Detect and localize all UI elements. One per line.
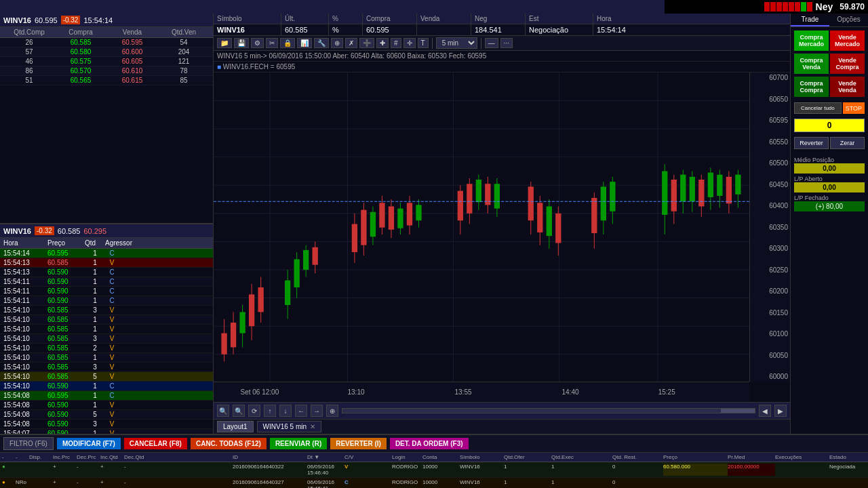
toolbar-chart[interactable]: 📊 xyxy=(297,38,312,48)
btn-vende-venda[interactable]: Vende Venda xyxy=(830,77,865,97)
oh-cv: C/V xyxy=(344,454,392,460)
scroll-arrow-right[interactable]: ▶ xyxy=(774,405,787,417)
tab-trade[interactable]: Trade xyxy=(791,14,829,26)
btn-zerar[interactable]: Zerar xyxy=(830,137,865,149)
tab-opcoes[interactable]: Opções xyxy=(829,14,868,26)
scroll-up-btn[interactable]: ↑ xyxy=(264,405,276,417)
tp-row[interactable]: 15:54:13 60.590 1 C xyxy=(0,268,213,277)
tp-row[interactable]: 15:54:10 60.585 1 V xyxy=(0,325,213,334)
book-row[interactable]: 57 60.580 60.600 204 xyxy=(0,47,213,57)
btn-compra-mercado[interactable]: Compra Mercado xyxy=(794,30,829,51)
book-row[interactable]: 51 60.565 60.615 85 xyxy=(0,76,213,85)
btn-vende-mercado[interactable]: Vende Mercado xyxy=(830,30,865,51)
zoom-in-btn[interactable]: 🔍 xyxy=(217,405,229,417)
tp-row[interactable]: 15:54:10 60.585 3 V xyxy=(0,363,213,372)
toolbar-cut[interactable]: ✂ xyxy=(266,38,278,48)
chart-tab[interactable]: WINV16 5 min ✕ xyxy=(257,421,321,432)
tp-agr: V xyxy=(105,344,119,352)
or2-qtdrest: 0 xyxy=(612,479,663,488)
or1-qtdrest: 0 xyxy=(612,464,663,476)
toolbar-hash[interactable]: # xyxy=(391,38,401,48)
toolbar-add[interactable]: ➕ xyxy=(359,38,374,48)
top-bar-left xyxy=(0,0,665,14)
orders-row-2[interactable]: ● NRo + - + - 20160906164640327 06/09/20… xyxy=(0,478,868,488)
tp-row[interactable]: 15:54:11 60.590 1 C xyxy=(0,287,213,296)
timeframe-select[interactable]: 5 min 1 min 15 min xyxy=(436,37,477,49)
tp-row[interactable]: 15:54:10 60.585 1 V xyxy=(0,315,213,325)
tp-row[interactable]: 15:54:10 60.585 3 V xyxy=(0,334,213,344)
layout-btn[interactable]: Layout1 xyxy=(217,421,254,432)
btn-compra-venda[interactable]: Compra Venda xyxy=(794,54,829,74)
btn-stop[interactable]: STOP xyxy=(843,102,865,114)
tp-row[interactable]: 15:54:14 60.595 1 C xyxy=(0,249,213,258)
user-name: Ney xyxy=(816,1,833,12)
toolbar-lock[interactable]: 🔒 xyxy=(280,38,295,48)
tp-price: 60.590 xyxy=(47,268,85,276)
btn-vende-compra[interactable]: Vende Compra xyxy=(830,54,865,74)
toolbar-save[interactable]: 💾 xyxy=(234,38,249,48)
tp-row[interactable]: 15:54:08 60.590 3 V xyxy=(0,420,213,429)
tp-agr: V xyxy=(105,316,119,323)
zoom-out-btn[interactable]: 🔍 xyxy=(233,405,245,417)
tp-row[interactable]: 15:54:08 60.590 5 V xyxy=(0,410,213,420)
book-venda: 60.610 xyxy=(106,67,158,75)
tp-row[interactable]: 15:54:08 60.590 1 V xyxy=(0,401,213,410)
tp-row[interactable]: 15:54:10 60.585 2 V xyxy=(0,344,213,353)
tp-row[interactable]: 15:54:10 60.590 1 C xyxy=(0,382,213,391)
zoom-reset-btn[interactable]: ⟳ xyxy=(248,405,260,417)
det-ordem-btn[interactable]: DET. DA ORDEM (F3) xyxy=(390,438,469,449)
tp-row[interactable]: 15:54:08 60.595 1 C xyxy=(0,391,213,401)
svg-rect-76 xyxy=(671,180,677,211)
orders-row-1[interactable]: ● + - + - 20160906164640322 06/09/2016 1… xyxy=(0,462,868,478)
reenviar-btn[interactable]: REENVIAR (R) xyxy=(270,438,327,449)
tp-agr: V xyxy=(105,354,119,361)
btn-compra-compra[interactable]: Compra Compra xyxy=(794,77,829,97)
scroll-down-btn[interactable]: ↓ xyxy=(279,405,292,417)
chart-area[interactable]: 6070060650605956055060500604506040060350… xyxy=(214,73,790,402)
toolbar-delete[interactable]: ✗ xyxy=(345,38,357,48)
reverter-btn2[interactable]: REVERTER (I) xyxy=(330,438,387,449)
toolbar-line[interactable]: — xyxy=(485,38,498,48)
scroll-arrow-left[interactable]: ◀ xyxy=(759,405,771,417)
btn-cancelar-tudo[interactable]: Cancelar tudo xyxy=(794,102,842,114)
tp-row[interactable]: 15:54:10 60.585 3 V xyxy=(0,306,213,315)
tp-row[interactable]: 15:54:10 60.585 1 V xyxy=(0,353,213,363)
bar-4 xyxy=(783,2,788,12)
toolbar-cross[interactable]: ✛ xyxy=(403,38,416,48)
close-tab-icon[interactable]: ✕ xyxy=(310,423,315,430)
toolbar-crosshair[interactable]: ⊕ xyxy=(331,38,343,48)
modificar-btn[interactable]: MODIFICAR (F7) xyxy=(57,438,121,449)
or1-qtdofer: 1 xyxy=(504,464,551,476)
or1-estado: Negociada xyxy=(829,464,868,476)
toolbar-dots[interactable]: ··· xyxy=(500,38,513,48)
scroll-left-btn[interactable]: ← xyxy=(295,405,307,417)
filtro-btn[interactable]: FILTRO (F6) xyxy=(3,437,54,450)
book-rows: 26 60.585 60.595 54 57 60.580 60.600 204… xyxy=(0,38,213,223)
scroll-right-btn[interactable]: → xyxy=(311,405,323,417)
toolbar-plus[interactable]: ✚ xyxy=(376,38,389,48)
tp-row[interactable]: 15:54:11 60.590 1 C xyxy=(0,296,213,306)
book-row[interactable]: 86 60.570 60.610 78 xyxy=(0,66,213,76)
symbol-name-1: WINV16 xyxy=(3,16,31,24)
price-label: 60450 xyxy=(750,181,790,188)
svg-rect-50 xyxy=(458,191,463,221)
zoom-btn-2[interactable]: ⊕ xyxy=(326,405,338,417)
tp-row[interactable]: 15:54:11 60.590 1 C xyxy=(0,277,213,287)
scroll-track[interactable] xyxy=(342,408,755,413)
toolbar-tools[interactable]: 🔧 xyxy=(314,38,329,48)
tp-row[interactable]: 15:54:07 60.590 1 V xyxy=(0,429,213,434)
toolbar-text[interactable]: T xyxy=(418,38,429,48)
book-row[interactable]: 26 60.585 60.595 54 xyxy=(0,38,213,47)
medio-pos-label: Médio Posição xyxy=(794,157,865,163)
tp-row[interactable]: 15:54:13 60.585 1 V xyxy=(0,258,213,268)
toolbar-folder[interactable]: 📁 xyxy=(217,38,232,48)
book-row[interactable]: 46 60.575 60.605 121 xyxy=(0,57,213,66)
book-venda: 60.605 xyxy=(106,58,158,65)
cancelar-btn[interactable]: CANCELAR (F8) xyxy=(124,438,187,449)
toolbar-config[interactable]: ⚙ xyxy=(251,38,264,48)
tp-row[interactable]: 15:54:10 60.585 5 V xyxy=(0,372,213,382)
or2-preco xyxy=(663,479,728,488)
qty-input[interactable] xyxy=(794,119,865,132)
btn-reverter[interactable]: Reverter xyxy=(794,137,829,149)
canc-todas-btn[interactable]: CANC. TODAS (F12) xyxy=(191,438,267,449)
